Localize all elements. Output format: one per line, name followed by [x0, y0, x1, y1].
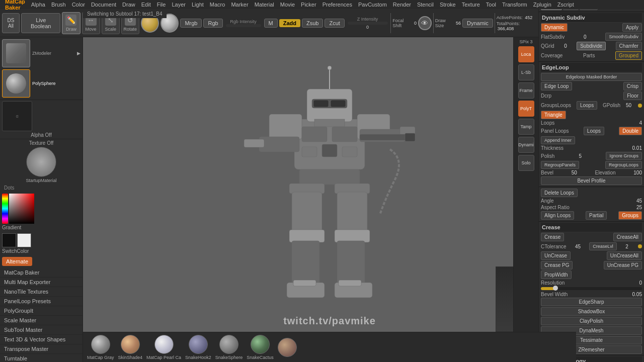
menu-pavcustom[interactable]: PavCustom: [355, 1, 390, 8]
menu-macro[interactable]: Macro: [207, 1, 228, 8]
smoothsubdiv-btn[interactable]: SmoothSubdiv: [605, 33, 642, 41]
m-btn[interactable]: M: [264, 19, 278, 28]
zcut-btn[interactable]: Zcut: [325, 19, 344, 28]
menu-edit[interactable]: Edit: [138, 1, 154, 8]
mat-item-snake-hook[interactable]: SnakeHook2: [185, 335, 211, 360]
tamp-btn[interactable]: Tamp: [518, 119, 534, 135]
uncrease-all-btn[interactable]: UnCreaseAll: [607, 251, 642, 260]
clay-polish-btn[interactable]: ClayPolish: [541, 317, 642, 325]
menu-movie[interactable]: Movie: [277, 1, 298, 8]
saturation-box[interactable]: [9, 194, 34, 224]
menu-transform[interactable]: Transform: [499, 1, 530, 8]
append-inner-btn[interactable]: Append Inner: [541, 136, 575, 144]
solo-btn[interactable]: Solo: [518, 155, 534, 171]
apply-btn[interactable]: Apply: [622, 23, 642, 32]
ds-all-btn[interactable]: DS All: [2, 13, 20, 33]
loca-btn[interactable]: Loca: [518, 46, 534, 62]
panel-loops-btn[interactable]: Loops: [584, 127, 604, 135]
panelloop-presets-item[interactable]: PanelLoop Presets: [0, 297, 83, 306]
menu-light[interactable]: Light: [189, 1, 207, 8]
mat-item-unknown[interactable]: [278, 338, 297, 357]
live-boolean-btn[interactable]: Live Boolean: [21, 13, 60, 33]
menu-file[interactable]: File: [154, 1, 169, 8]
multi-map-exporter-item[interactable]: Multi Map Exporter: [0, 278, 83, 287]
loops-btn[interactable]: Loops: [577, 101, 597, 110]
scale-master-item[interactable]: Scale Master: [0, 316, 83, 325]
regroup-loops-btn[interactable]: RegroupLoops: [605, 161, 642, 169]
floor-btn[interactable]: Floor: [623, 92, 642, 100]
ignore-groups-btn[interactable]: Ignore Groups: [606, 152, 642, 160]
edgeloop-masked-border-btn[interactable]: Edgeloop Masked Border: [541, 73, 642, 81]
menu-document[interactable]: Document: [88, 1, 119, 8]
uncrease-pg-btn[interactable]: UnCrease PG: [604, 261, 642, 269]
menu-draw[interactable]: Draw: [119, 1, 138, 8]
mat-item-skin[interactable]: SkinShade4: [118, 335, 143, 360]
text3d-item[interactable]: Text 3D & Vector Shapes: [0, 335, 83, 344]
dynamic-btn-toolbar[interactable]: Dynamic: [462, 19, 493, 28]
bevel-width-handle[interactable]: [553, 286, 558, 291]
edge-loop-btn[interactable]: Edge Loop: [541, 82, 572, 90]
menu-layer[interactable]: Layer: [169, 1, 189, 8]
menu-zplugin[interactable]: Zplugin: [530, 1, 554, 8]
crease-all-btn[interactable]: CreaseAll: [613, 233, 642, 241]
polyt-btn[interactable]: PolyT: [518, 101, 534, 117]
uncrease-btn[interactable]: UnCrease: [541, 251, 571, 260]
crisp-btn[interactable]: Crisp: [623, 82, 642, 90]
nanotile-textures-item[interactable]: NanoTile Textures: [0, 287, 83, 297]
mat-item-snake-sphere[interactable]: SnakeSphere: [215, 335, 243, 360]
mat-item-gray[interactable]: MatCap Gray: [87, 335, 114, 360]
partial-btn[interactable]: Partial: [586, 211, 607, 220]
hue-strip[interactable]: [2, 194, 8, 224]
menu-alpha[interactable]: Alpha: [28, 1, 48, 8]
menu-render[interactable]: Render: [390, 1, 414, 8]
alpha-preview[interactable]: α: [2, 101, 32, 131]
shadow-box-btn[interactable]: ShadowBox: [541, 307, 642, 316]
menu-zscript[interactable]: Zscript: [554, 1, 577, 8]
menu-picker[interactable]: Picker: [298, 1, 319, 8]
polysphere-thumb[interactable]: [2, 69, 30, 98]
dynamic-btn[interactable]: Dynamic: [541, 23, 568, 32]
menu-color[interactable]: Color: [69, 1, 88, 8]
zmodeler-thumb[interactable]: [2, 39, 30, 67]
rgb-intensity-slider[interactable]: [226, 24, 261, 27]
white-swatch[interactable]: [17, 233, 31, 247]
grouped-btn[interactable]: Grouped: [615, 51, 642, 60]
menu-material[interactable]: Material: [252, 1, 277, 8]
frame-btn[interactable]: Frame: [518, 82, 534, 99]
dynami-btn[interactable]: Dynami: [518, 137, 534, 153]
menu-stencil[interactable]: Stencil: [414, 1, 437, 8]
subtool-master-item[interactable]: SubTool Master: [0, 325, 83, 335]
mat-item-pearl[interactable]: MatCap Pearl Ca: [146, 335, 181, 360]
zsub-btn[interactable]: Zsub: [302, 19, 323, 28]
rgb-btn[interactable]: Rgb: [203, 19, 222, 28]
menu-texture[interactable]: Texture: [459, 1, 483, 8]
draw-tool-btn[interactable]: ✏️ Draw: [62, 12, 80, 34]
menu-tool[interactable]: Tool: [483, 1, 499, 8]
mrgb-btn[interactable]: Mrgb: [180, 19, 202, 28]
menu-stroke[interactable]: Stroke: [437, 1, 459, 8]
crease-pg-btn[interactable]: Crease PG: [541, 261, 573, 269]
turntable-item[interactable]: Turntable: [0, 354, 83, 362]
mat-item-snake-cactus[interactable]: SnakeCactus: [247, 335, 274, 360]
transpose-master-item[interactable]: Transpose Master: [0, 344, 83, 354]
prop-width-btn[interactable]: PropWidth: [541, 270, 572, 279]
regroup-panels-btn[interactable]: RegroupPanels: [541, 161, 579, 169]
bevel-width-slider[interactable]: [541, 287, 642, 290]
polygroupit-item[interactable]: PolyGroupIt: [0, 306, 83, 316]
subdivide-btn[interactable]: Subdivide: [577, 42, 606, 50]
chamfer-btn[interactable]: Chamfer: [616, 42, 642, 50]
crease-btn[interactable]: Crease: [541, 233, 564, 241]
bevel-profile-btn[interactable]: Bevel Profile: [541, 176, 642, 185]
delete-loops-btn[interactable]: Delete Loops: [541, 189, 578, 197]
alternate-btn[interactable]: Alternate: [2, 257, 32, 266]
groups-del-btn[interactable]: Groups: [618, 211, 642, 220]
align-loops-btn[interactable]: Align Loops: [541, 211, 574, 220]
macap-baker-item[interactable]: MatCap Baker: [0, 268, 83, 278]
creaselvl-btn[interactable]: CreaseLvl: [589, 242, 617, 250]
menu-marker[interactable]: Marker: [228, 1, 251, 8]
double-btn[interactable]: Double: [619, 127, 642, 135]
menu-brush[interactable]: Brush: [48, 1, 69, 8]
aperture-icon[interactable]: 👁: [418, 16, 432, 30]
triangle-btn[interactable]: Triangle: [541, 111, 566, 119]
black-swatch[interactable]: [2, 233, 16, 247]
